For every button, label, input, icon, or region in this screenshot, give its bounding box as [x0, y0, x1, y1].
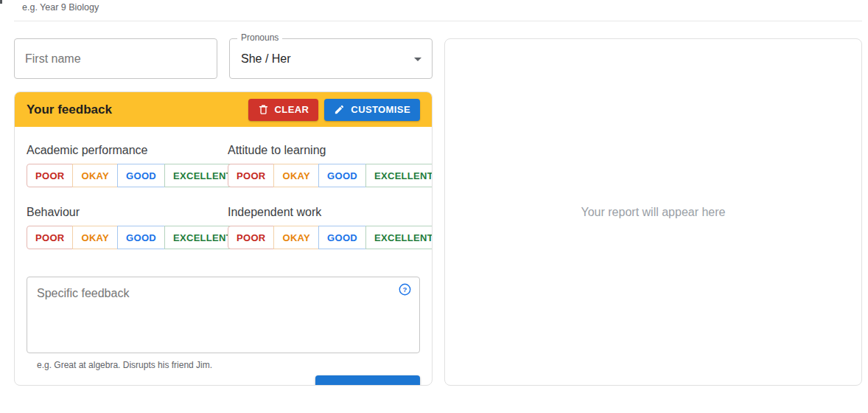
specific-feedback-wrap: ?: [27, 277, 420, 356]
rating-label: Behaviour: [27, 206, 228, 219]
pronouns-select[interactable]: Pronouns She / Her: [229, 38, 433, 79]
divider: [14, 21, 862, 21]
dropdown-caret-icon: [414, 58, 421, 61]
rating-option-poor[interactable]: POOR: [228, 226, 274, 249]
rating-option-good[interactable]: GOOD: [318, 164, 366, 187]
rating-field-attitude-to-learning: Attitude to learning POOR OKAY GOOD EXCE…: [228, 144, 433, 187]
help-icon[interactable]: ?: [399, 283, 411, 296]
pencil-icon: [334, 104, 345, 115]
rating-option-excellent[interactable]: EXCELLENT: [365, 226, 433, 249]
rating-field-independent-work: Independent work POOR OKAY GOOD EXCELLEN…: [228, 206, 433, 249]
rating-option-good[interactable]: GOOD: [117, 164, 165, 187]
customise-button-label: CUSTOMISE: [351, 104, 410, 115]
rating-toggle-group: POOR OKAY GOOD EXCELLENT: [228, 226, 433, 249]
rating-toggle-group: POOR OKAY GOOD EXCELLENT: [228, 164, 433, 187]
pronouns-selected-value: She / Her: [241, 52, 291, 66]
rating-option-okay[interactable]: OKAY: [273, 226, 319, 249]
rating-field-academic-performance: Academic performance POOR OKAY GOOD EXCE…: [27, 144, 228, 187]
customise-button[interactable]: CUSTOMISE: [324, 99, 420, 121]
feedback-card: Your feedback CLEAR CUSTOMISE: [14, 91, 433, 386]
rating-option-good[interactable]: GOOD: [318, 226, 366, 249]
feedback-header: Your feedback CLEAR CUSTOMISE: [15, 92, 432, 127]
rating-toggle-group: POOR OKAY GOOD EXCELLENT: [27, 164, 241, 187]
corner-artifact: [0, 0, 2, 4]
first-name-field-wrap: [14, 38, 217, 79]
clear-button[interactable]: CLEAR: [248, 99, 319, 121]
specific-feedback-hint: e.g. Great at algebra. Disrupts his frie…: [37, 360, 420, 370]
actions-row: WRITE REPORT: [27, 375, 420, 386]
clear-button-label: CLEAR: [275, 104, 309, 115]
svg-text:?: ?: [403, 285, 407, 294]
specific-feedback-textarea[interactable]: [27, 277, 420, 353]
ratings-grid: Academic performance POOR OKAY GOOD EXCE…: [27, 144, 420, 268]
rating-label: Attitude to learning: [228, 144, 433, 157]
rating-option-poor[interactable]: POOR: [27, 164, 73, 187]
rating-option-excellent[interactable]: EXCELLENT: [365, 164, 433, 187]
rating-option-okay[interactable]: OKAY: [273, 164, 319, 187]
trash-icon: [258, 104, 269, 115]
feedback-body: Academic performance POOR OKAY GOOD EXCE…: [15, 127, 432, 386]
rating-field-behaviour: Behaviour POOR OKAY GOOD EXCELLENT: [27, 206, 228, 249]
rating-label: Academic performance: [27, 144, 228, 157]
rating-toggle-group: POOR OKAY GOOD EXCELLENT: [27, 226, 241, 249]
rating-option-okay[interactable]: OKAY: [72, 226, 118, 249]
rating-option-okay[interactable]: OKAY: [72, 164, 118, 187]
rating-option-poor[interactable]: POOR: [27, 226, 73, 249]
pronouns-label: Pronouns: [237, 32, 282, 43]
report-placeholder-text: Your report will appear here: [581, 206, 726, 219]
write-report-button[interactable]: WRITE REPORT: [315, 375, 420, 386]
class-name-hint: e.g. Year 9 Biology: [22, 2, 99, 13]
rating-option-good[interactable]: GOOD: [117, 226, 165, 249]
report-panel: Your report will appear here: [444, 38, 862, 386]
feedback-title: Your feedback: [27, 103, 242, 117]
first-name-input[interactable]: [14, 38, 217, 79]
rating-option-poor[interactable]: POOR: [228, 164, 274, 187]
rating-label: Independent work: [228, 206, 433, 219]
page: e.g. Year 9 Biology Pronouns She / Her Y…: [0, 0, 868, 413]
